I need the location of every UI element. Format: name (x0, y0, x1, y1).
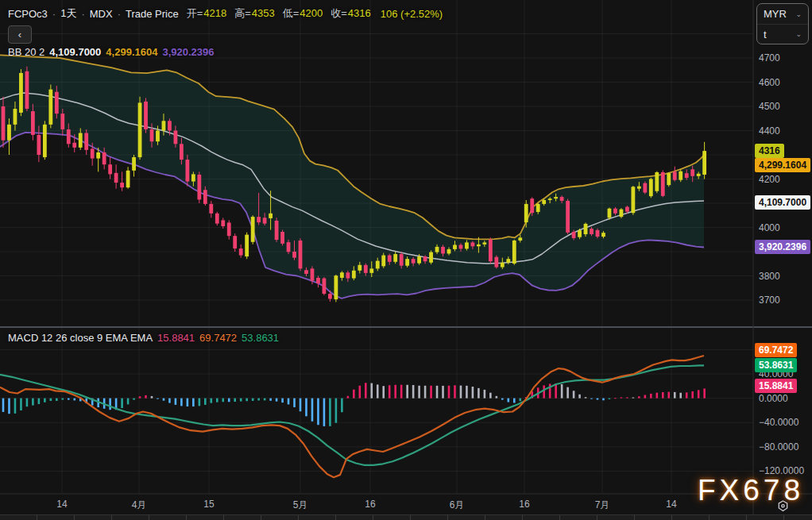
macd-histogram-bar (585, 397, 587, 398)
macd-histogram-bar (199, 399, 201, 406)
bb-indicator-legend[interactable]: BB 20 2 4,109.7000 4,299.1604 3,920.2396 (8, 46, 215, 58)
macd-histogram-bar (56, 399, 58, 401)
macd-histogram-bar (698, 390, 700, 398)
macd-histogram-bar (650, 394, 652, 399)
candle-body (91, 148, 95, 158)
macd-histogram-bar (240, 399, 242, 402)
candle-body (316, 278, 320, 283)
candle-body (239, 248, 243, 256)
interval-label[interactable]: 1天 (60, 6, 76, 21)
candle-body (72, 143, 76, 148)
candle-body (542, 200, 546, 204)
candle-body (60, 114, 64, 129)
candle-body (156, 131, 160, 142)
macd-histogram-bar (163, 399, 165, 401)
symbol-name[interactable]: FCPOc3 (8, 8, 48, 20)
candle-body (132, 157, 136, 171)
macd-histogram-bar (418, 386, 420, 399)
macd-histogram-bar (448, 386, 450, 399)
candle-body (661, 172, 665, 196)
exchange-label[interactable]: MDX (90, 8, 113, 20)
macd-histogram-bar (377, 384, 379, 398)
strip-cell (224, 515, 261, 520)
strip-cell (261, 515, 299, 520)
candle-body (334, 275, 338, 299)
candle-body (506, 259, 510, 263)
macd-histogram-bar (513, 399, 516, 403)
gear-icon[interactable] (776, 499, 790, 513)
price-tick-label: 4600 (759, 77, 780, 88)
macd-tick-label: −120.0000 (759, 465, 804, 476)
candle-body (311, 268, 315, 280)
macd-histogram-bar (133, 399, 135, 400)
unit-dropdown[interactable]: t ⌄ (757, 24, 808, 44)
strip-cell (187, 515, 224, 520)
candle-body (2, 106, 6, 141)
macd-histogram-bar (359, 386, 362, 399)
candle-body (690, 169, 694, 176)
low-value: 4200 (300, 7, 323, 19)
low-label: 低= (283, 7, 300, 19)
chart-canvas[interactable] (0, 0, 812, 520)
candle-body (405, 259, 409, 266)
candle-body (275, 221, 279, 240)
candle-body (482, 242, 486, 244)
macd-histogram-bar (590, 399, 593, 399)
macd-histogram-bar (566, 387, 569, 399)
price-tick-label: 3700 (759, 295, 780, 306)
macd-histogram-bar (68, 399, 70, 400)
candle-body (417, 256, 421, 264)
macd-histogram-bar (216, 399, 218, 403)
candle-body (566, 201, 570, 233)
candle-body (613, 209, 617, 214)
candle-body (649, 179, 653, 197)
price-axis-badge: 4,299.1604 (755, 158, 810, 172)
macd-histogram-bar (168, 399, 171, 403)
candle-body (37, 135, 41, 155)
strip-cell (149, 515, 187, 520)
macd-histogram-bar (269, 399, 272, 401)
candle-body (25, 71, 29, 109)
candle-body (590, 229, 594, 234)
candle-body (423, 256, 427, 261)
currency-dropdown[interactable]: MYR ⌄ (757, 4, 808, 24)
change-value: 106 (+2.52%) (381, 8, 443, 20)
macd-histogram-bar (175, 399, 177, 405)
macd-histogram-bar (73, 399, 75, 401)
strip-cell (523, 515, 560, 520)
time-axis-label: 16 (519, 499, 529, 510)
candle-body (185, 160, 189, 181)
candle-body (393, 254, 397, 262)
macd-indicator-legend[interactable]: MACD 12 26 close 9 EMA EMA 15.8841 69.74… (8, 332, 279, 344)
macd-axis-badge: 69.7472 (755, 343, 797, 357)
candle-body (43, 125, 47, 157)
macd-histogram-bar (2, 399, 5, 412)
candle-body (554, 197, 558, 198)
candle-body (144, 102, 148, 129)
macd-histogram-bar (323, 399, 326, 426)
time-axis-label: 14 (666, 499, 676, 510)
macd-hist-value: 15.8841 (157, 332, 195, 344)
macd-histogram-bar (121, 399, 123, 408)
candle-body (263, 218, 267, 223)
macd-histogram-bar (691, 391, 694, 399)
candle-body (381, 256, 385, 267)
candle-body (328, 294, 332, 299)
macd-histogram-bar (472, 387, 474, 399)
candle-body (138, 102, 142, 157)
candle-body (369, 268, 373, 272)
macd-histogram-bar (543, 385, 545, 398)
macd-axis-badge: 15.8841 (755, 379, 797, 393)
candle-body (67, 129, 71, 144)
macd-histogram-bar (234, 399, 236, 402)
macd-histogram-bar (311, 399, 314, 422)
candle-body (441, 247, 445, 254)
candle-body (150, 129, 154, 141)
macd-histogram-bar (442, 386, 444, 399)
macd-histogram-bar (508, 399, 510, 403)
back-button[interactable]: ‹ (8, 25, 32, 44)
time-axis-label: 5月 (293, 499, 308, 512)
macd-histogram-bar (50, 399, 52, 401)
candle-body (352, 271, 356, 279)
candle-body (364, 265, 368, 273)
